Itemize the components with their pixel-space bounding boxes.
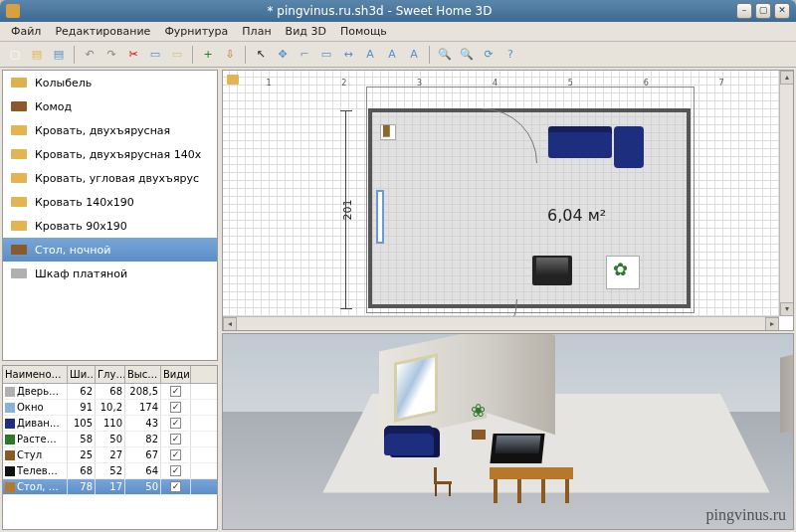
furniture-icon <box>9 242 29 258</box>
furniture-tv-2d[interactable] <box>532 256 572 285</box>
zoom-out[interactable]: 🔍 <box>457 45 477 65</box>
plan-scrollbar-v[interactable]: ▴ ▾ <box>779 71 793 316</box>
watermark: pingvinus.ru <box>706 506 786 524</box>
furniture-icon <box>9 170 29 186</box>
catalog-item-label: Кровать, угловая двухъярус <box>35 172 199 185</box>
furniture-catalog[interactable]: КолыбельКомодКровать, двухъяруснаяКроват… <box>2 70 218 361</box>
catalog-item-label: Кровать 140x190 <box>35 196 134 209</box>
menu-plan[interactable]: План <box>235 23 278 40</box>
catalog-item[interactable]: Колыбель <box>3 71 217 94</box>
catalog-item-label: Кровать 90x190 <box>35 220 127 233</box>
plan-2d[interactable]: 1234567 6,04 м² 201 ◂ ▸ <box>222 70 794 331</box>
dimension-tool[interactable]: ↔ <box>338 45 358 65</box>
pan[interactable]: ✥ <box>273 45 293 65</box>
furniture-icon <box>9 75 29 90</box>
catalog-item[interactable]: Стол, ночной <box>3 238 217 262</box>
paste[interactable]: ▭ <box>167 45 187 65</box>
open-file[interactable]: ▤ <box>27 45 47 65</box>
maximize-button[interactable]: ▢ <box>755 3 771 19</box>
catalog-item[interactable]: Шкаф платяной <box>3 262 217 285</box>
plan-scrollbar-h[interactable]: ◂ ▸ <box>223 316 779 330</box>
redo[interactable]: ↷ <box>101 45 121 65</box>
furniture-sofa-2d[interactable] <box>548 126 644 170</box>
room-area-label: 6,04 м² <box>547 206 606 225</box>
help[interactable]: ? <box>500 45 520 65</box>
plant-3d: ❀ <box>468 400 492 440</box>
text-tool[interactable]: A <box>360 45 380 65</box>
menu-view3d[interactable]: Вид 3D <box>279 23 333 40</box>
pointer[interactable]: ↖ <box>251 45 271 65</box>
copy[interactable]: ▭ <box>145 45 165 65</box>
import[interactable]: ⇩ <box>220 45 240 65</box>
visibility-checkbox[interactable] <box>170 402 181 413</box>
table-row[interactable]: Стул252767 <box>3 447 217 463</box>
visibility-checkbox[interactable] <box>170 481 181 492</box>
furniture-plant-2d[interactable] <box>606 256 640 289</box>
furniture-icon <box>9 218 29 234</box>
undo[interactable]: ↶ <box>80 45 100 65</box>
room-tool[interactable]: ▭ <box>316 45 336 65</box>
catalog-item[interactable]: Кровать 140x190 <box>3 190 217 214</box>
furniture-icon <box>9 98 29 114</box>
catalog-item-label: Кровать, двухъярусная <box>35 124 170 137</box>
zoom-in[interactable]: 🔍 <box>435 45 455 65</box>
catalog-item-label: Стол, ночной <box>35 244 110 257</box>
mirror-3d <box>394 353 438 422</box>
visibility-checkbox[interactable] <box>170 434 181 444</box>
door-3d <box>780 350 794 433</box>
text-bold[interactable]: A <box>382 45 402 65</box>
furniture-icon <box>9 266 29 281</box>
catalog-item-label: Шкаф платяной <box>35 267 127 280</box>
table-row[interactable]: Дверь…6268208,5 <box>3 384 217 400</box>
catalog-item-label: Кровать, двухъярусная 140x <box>35 148 201 161</box>
toolbar: ▢▤▤↶↷✂▭▭+⇩↖✥⌐▭↔AAA🔍🔍⟳? <box>0 42 796 68</box>
furniture-chair-2d[interactable] <box>380 124 396 140</box>
close-button[interactable]: ✕ <box>774 3 790 19</box>
save-file[interactable]: ▤ <box>49 45 69 65</box>
window-title: * pingvinus.ru.sh3d - Sweet Home 3D <box>26 4 733 18</box>
scroll-right-icon[interactable]: ▸ <box>765 317 779 331</box>
table-row[interactable]: Окно9110,2174 <box>3 400 217 416</box>
catalog-item[interactable]: Комод <box>3 94 217 118</box>
tv-3d <box>490 434 544 463</box>
furniture-table[interactable]: Наимено…Ши…Глу…Выс…Видим…Дверь…6268208,5… <box>2 365 218 530</box>
table-header[interactable]: Наимено…Ши…Глу…Выс…Видим… <box>3 366 217 384</box>
catalog-item-label: Колыбель <box>35 77 92 89</box>
dimension-vertical[interactable]: 201 <box>340 110 352 309</box>
furniture-window-2d[interactable] <box>376 190 384 244</box>
catalog-item[interactable]: Кровать, двухъярусная 140x <box>3 142 217 166</box>
table-row[interactable]: Стол, …781750 <box>3 479 217 495</box>
view-3d[interactable]: ❀ <box>222 333 794 530</box>
new-file[interactable]: ▢ <box>5 45 25 65</box>
insert-furniture[interactable]: + <box>198 45 218 65</box>
menubar: Файл Редактирование Фурнитура План Вид 3… <box>0 22 796 42</box>
visibility-checkbox[interactable] <box>170 449 181 460</box>
visibility-checkbox[interactable] <box>170 418 181 429</box>
scroll-down-icon[interactable]: ▾ <box>780 302 794 316</box>
table-row[interactable]: Расте…585082 <box>3 432 217 447</box>
menu-edit[interactable]: Редактирование <box>48 23 157 40</box>
furniture-icon <box>9 146 29 162</box>
catalog-item[interactable]: Кровать, угловая двухъярус <box>3 166 217 190</box>
catalog-item[interactable]: Кровать, двухъярусная <box>3 118 217 142</box>
furniture-icon <box>9 194 29 210</box>
scroll-left-icon[interactable]: ◂ <box>223 317 237 331</box>
chair-3d <box>434 467 452 497</box>
menu-file[interactable]: Файл <box>4 23 48 40</box>
visibility-checkbox[interactable] <box>170 386 181 397</box>
table-row[interactable]: Телев…685264 <box>3 463 217 479</box>
titlebar: * pingvinus.ru.sh3d - Sweet Home 3D – ▢ … <box>0 0 796 22</box>
table-row[interactable]: Диван…10511043 <box>3 416 217 432</box>
text-italic[interactable]: A <box>404 45 424 65</box>
catalog-item-label: Комод <box>35 100 72 113</box>
visibility-checkbox[interactable] <box>170 465 181 476</box>
app-icon <box>6 4 20 18</box>
menu-help[interactable]: Помощь <box>333 23 394 40</box>
scroll-up-icon[interactable]: ▴ <box>780 71 794 85</box>
catalog-item[interactable]: Кровать 90x190 <box>3 214 217 238</box>
menu-furniture[interactable]: Фурнитура <box>157 23 235 40</box>
view-rotate[interactable]: ⟳ <box>479 45 498 65</box>
wall-tool[interactable]: ⌐ <box>295 45 314 65</box>
minimize-button[interactable]: – <box>736 3 752 19</box>
cut[interactable]: ✂ <box>123 45 143 65</box>
